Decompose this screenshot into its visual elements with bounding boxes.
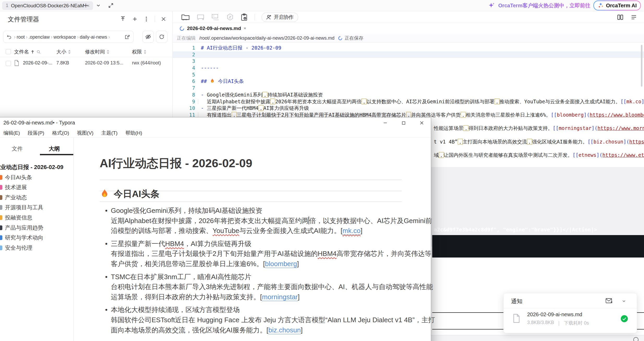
text-run: 面向本地场景的高效交流，强化区域化AI服务能力。[ — [111, 326, 268, 334]
sort-icon[interactable] — [106, 50, 110, 54]
close-panel-icon[interactable] — [161, 16, 166, 22]
orcaterm-ai-icon — [598, 2, 604, 9]
active-tab-underline — [40, 154, 73, 155]
outline-item[interactable]: 技术进展 — [0, 182, 73, 193]
outline-item[interactable]: 研究与学术动向 — [0, 233, 73, 243]
code-segment: ]( — [592, 125, 598, 131]
document-title: AI行业动态日报 - 2026-02-09 — [100, 155, 252, 171]
breadcrumb-item[interactable]: daily-ai-news — [80, 34, 107, 40]
line-number: 7 — [173, 85, 195, 92]
loading-spinner-icon — [179, 26, 184, 31]
edit-path-icon[interactable] — [124, 34, 130, 40]
notification-header: 通知 — [504, 293, 637, 308]
new-file-icon[interactable] — [132, 16, 138, 22]
menu-item[interactable]: 编辑(E) — [3, 130, 20, 136]
minimize-button[interactable] — [376, 117, 394, 128]
code-segment: ， — [464, 125, 468, 131]
sidebar-tab-files[interactable]: 文件 — [12, 145, 23, 152]
orcaterm-ai-button[interactable]: OrcaTerm AI — [593, 1, 641, 10]
code-area[interactable]: 1# AI行业动态日报 - 2026-02-09234------56## 今日… — [173, 43, 644, 118]
code-segment: ， — [458, 139, 463, 145]
typora-titlebar[interactable]: 26-02-09-ai-news.md• - Typora — [0, 117, 431, 128]
text-run: 运算场景，得到日本政府的大力补贴与政策支持。[ — [111, 293, 262, 301]
line-number: 1 — [173, 45, 195, 51]
inline-link[interactable]: biz.chosun — [268, 326, 301, 334]
more-options-kebab-icon[interactable] — [144, 16, 149, 22]
inline-link[interactable]: bloomberg — [265, 260, 297, 268]
new-session-icon[interactable] — [82, 2, 89, 9]
menu-item[interactable]: 段落(P) — [28, 130, 44, 136]
outline-item[interactable]: 开源项目与工具 — [0, 202, 73, 213]
column-mtime[interactable]: 修改时间 — [85, 49, 105, 55]
file-size: 7.8KB — [56, 60, 69, 66]
column-perm[interactable]: 权限 — [132, 49, 142, 55]
outline-item[interactable]: 安全与伦理 — [0, 243, 73, 253]
fire-icon — [210, 78, 215, 84]
fullscreen-icon[interactable] — [107, 2, 114, 9]
maximize-button[interactable] — [394, 117, 413, 128]
outline-item[interactable]: 产品与应用趋势 — [0, 223, 73, 233]
hide-hidden-files-button[interactable] — [142, 31, 154, 43]
collapse-chevron-icon[interactable] — [622, 299, 626, 303]
menu-item[interactable]: 视图(V) — [77, 130, 93, 136]
promo-banner-text[interactable]: OrcaTerm客户端火热公测中，立即前往 — [498, 2, 590, 9]
top-tab-bar: 1 OpenCloudOS8-Docker26-NEaM × OrcaTerm客… — [0, 0, 644, 11]
clipboard-record-icon[interactable] — [240, 13, 248, 21]
table-row[interactable]: 2026-02-09-... 7.8KB 2026-02-09 13:5... … — [0, 57, 172, 69]
outline-item[interactable]: 今日AI头条 — [0, 172, 73, 183]
split-view-icon[interactable] — [617, 14, 624, 21]
editor-scrollbar[interactable] — [641, 45, 642, 87]
code-line: 10- 三星拟量产新一代HBM4，AI算力供应链再升级 — [173, 105, 644, 112]
close-button[interactable] — [413, 117, 431, 128]
clear-notifications-icon[interactable] — [605, 297, 613, 304]
code-segment: ， — [262, 92, 267, 98]
column-filename[interactable]: 文件名 — [14, 49, 29, 55]
breadcrumb-item[interactable]: workspace — [53, 34, 76, 40]
editor-tab-close-icon[interactable]: × — [244, 26, 246, 31]
start-collaboration-button[interactable]: 开启协作 — [262, 13, 298, 22]
upload-icon[interactable] — [120, 16, 126, 22]
sftp-icon[interactable]: SFTP — [181, 13, 190, 21]
menu-item[interactable]: 帮助(H) — [125, 130, 142, 136]
floating-bell-icon[interactable] — [633, 337, 639, 341]
inline-link[interactable]: morningstar — [262, 293, 298, 301]
refresh-button[interactable] — [156, 31, 167, 43]
terminal-ghost-text: a2c&d9f7e3b4a2c8d9f", "engine":"brave"}}… — [434, 226, 597, 233]
outline-item[interactable]: 产业动态 — [0, 193, 73, 203]
sort-icon[interactable] — [68, 50, 71, 54]
column-size[interactable]: 大小 — [56, 49, 66, 55]
news-bullet: 三星拟量产新一代HBM4，AI算力供应链再升级 有报道指出，三星电子计划最快于2… — [106, 239, 417, 269]
text-run: ] — [301, 326, 303, 334]
code-segment: AI算力供应链再升级 — [263, 105, 309, 111]
file-name[interactable]: 2026-02-09-... — [23, 60, 52, 66]
breadcrumb-item[interactable]: .openclaw — [28, 34, 50, 40]
sidebar-tab-outline[interactable]: 大纲 — [49, 145, 60, 152]
outline-root-item[interactable]: 业动态日报 - 2026-02-09 — [0, 162, 73, 172]
code-segment: # AI行业动态日报 - 2026-02-09 — [201, 45, 281, 51]
back-icon[interactable] — [7, 34, 12, 39]
select-all-checkbox[interactable] — [6, 49, 11, 54]
code-segment: https://www.bloomberg — [590, 112, 644, 118]
file-manager-title: 文件管理器 — [8, 15, 39, 23]
breadcrumb-item[interactable]: root — [17, 34, 25, 40]
inline-link[interactable]: mk.co — [342, 227, 360, 235]
outline-item[interactable]: 投融资信息 — [0, 213, 73, 223]
sort-icon[interactable] — [143, 50, 147, 54]
session-list-chevron-icon[interactable] — [95, 2, 102, 9]
breadcrumb-chevron-icon: › — [50, 34, 53, 40]
file-mtime: 2026-02-09 13:5... — [85, 60, 123, 66]
code-segment: 性能运算场景 — [434, 125, 464, 131]
menu-item[interactable]: 格式(O) — [52, 130, 69, 136]
text-run: 客户供货，相关消息带动三星股价单日上涨逾6%。[ — [111, 260, 265, 268]
row-checkbox[interactable] — [6, 61, 11, 66]
panel-list-icon[interactable] — [630, 14, 637, 21]
editor-file-tab[interactable]: 2026-02-09-ai-news.md × — [176, 23, 249, 34]
search-icon[interactable] — [36, 50, 41, 54]
sort-asc-icon[interactable] — [31, 50, 35, 54]
breadcrumb-chevron-icon: › — [13, 34, 17, 40]
code-segment: etnews — [579, 152, 597, 158]
menu-item[interactable]: 主题(T) — [101, 130, 117, 136]
downloaded-file-name[interactable]: 2026-02-09-ai-news.md — [527, 312, 582, 318]
code-segment: [[ — [573, 152, 579, 158]
session-tab[interactable]: 1 OpenCloudOS8-Docker26-NEaM × — [2, 1, 93, 10]
